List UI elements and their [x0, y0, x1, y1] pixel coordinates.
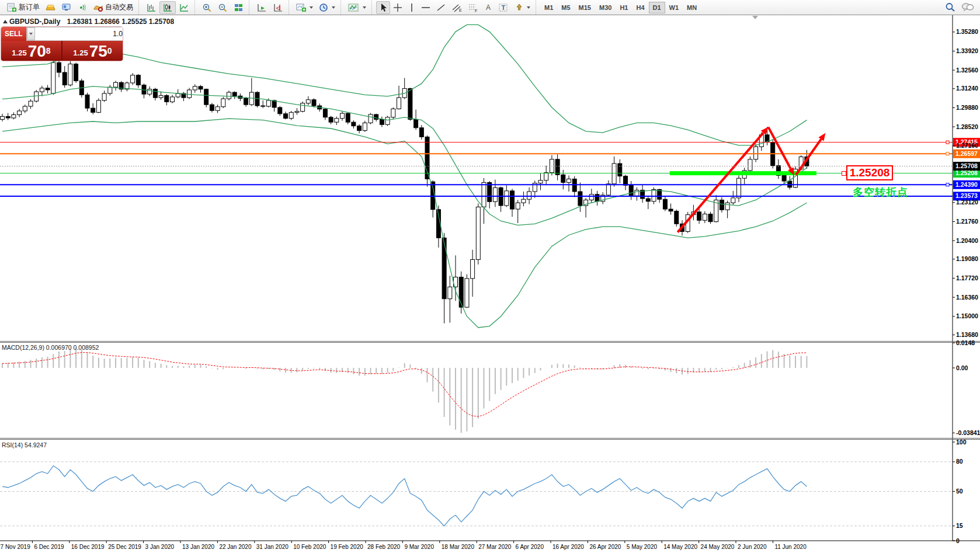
timeframe-MN[interactable]: MN — [683, 2, 701, 13]
date-axis-label: 16 Dec 2019 — [71, 544, 105, 550]
search-icon[interactable] — [945, 2, 955, 12]
fibonacci-icon: F — [468, 3, 478, 12]
horizontal-line-button[interactable] — [418, 1, 433, 14]
rsi-indicator-label: RSI(14) 54.9247 — [2, 441, 47, 448]
trendline-button[interactable] — [433, 1, 449, 14]
profiles-dropdown-caret — [332, 6, 335, 9]
auto-scroll-button[interactable] — [253, 1, 270, 14]
timeframe-M5[interactable]: M5 — [557, 2, 574, 13]
bollinger-bands — [2, 25, 807, 328]
date-axis-label: 26 Apr 2020 — [589, 544, 621, 550]
fibonacci-button[interactable]: F — [465, 1, 481, 14]
equidistant-channel-button[interactable]: E — [449, 1, 465, 14]
timeframe-H4[interactable]: H4 — [632, 2, 648, 13]
sell-price-sup: 8 — [46, 41, 51, 61]
svg-text:F: F — [475, 8, 477, 12]
scroll-group — [249, 0, 289, 15]
timeframe-W1[interactable]: W1 — [665, 2, 683, 13]
timeframe-M15[interactable]: M15 — [575, 2, 595, 13]
line-chart-button[interactable] — [176, 1, 192, 14]
price-axis-label: 1.27160 — [956, 142, 978, 149]
autotrading-button[interactable]: 自动交易 — [90, 1, 136, 14]
date-axis-label: 10 Feb 2020 — [293, 544, 326, 550]
buy-price-sup: 0 — [107, 41, 112, 61]
price-axis-label: 1.20400 — [956, 237, 978, 244]
date-axis-label: 9 Mar 2020 — [404, 544, 434, 550]
sell-price-display[interactable]: 1.25 70 8 — [1, 41, 61, 61]
price-axis-label: 1.19080 — [956, 255, 978, 262]
new-chart-button[interactable] — [293, 1, 316, 14]
oct-expander-icon[interactable] — [3, 20, 8, 23]
trendline-icon — [436, 3, 446, 12]
price-axis-label: 1.29880 — [956, 104, 978, 111]
zoom-out-icon — [218, 3, 228, 12]
buy-price-display[interactable]: 1.25 75 0 — [62, 41, 123, 61]
cursor-button[interactable] — [376, 1, 390, 14]
indicators-button[interactable] — [345, 1, 369, 14]
terminal-button[interactable] — [58, 1, 74, 14]
signals-button[interactable] — [74, 1, 90, 14]
rsi-axis-label: 80 — [956, 458, 963, 465]
vertical-line-button[interactable] — [405, 1, 418, 14]
chat-icon[interactable] — [961, 2, 974, 12]
candlestick-chart-button[interactable] — [159, 1, 176, 14]
macd-axis-label: 0.0148 — [956, 339, 975, 346]
macd-indicator-label: MACD(12,26,9) 0.006970 0.008952 — [2, 344, 99, 351]
price-axis-label: 1.32560 — [956, 67, 978, 74]
volume-decrease-button[interactable] — [27, 27, 35, 40]
vertical-line-icon — [408, 3, 415, 12]
price-axis-label: 1.21760 — [956, 218, 978, 225]
date-axis-label: 5 May 2020 — [627, 544, 658, 550]
buy-price-base: 1.25 — [73, 47, 88, 60]
bar-chart-button[interactable] — [143, 1, 159, 14]
date-axis-label: 16 Apr 2020 — [552, 544, 584, 550]
date-axis-label: 11 Jun 2020 — [774, 544, 807, 550]
arrows-shapes-button[interactable] — [512, 1, 533, 14]
date-axis-label: 27 Nov 2019 — [0, 544, 30, 550]
date-axis-label: 13 Jan 2020 — [182, 544, 214, 550]
turning-point-annotation[interactable]: 多空转折点 — [853, 185, 908, 199]
new-order-button[interactable]: 新订单 — [4, 1, 43, 14]
support-zone-band[interactable] — [670, 171, 816, 175]
tile-windows-icon — [234, 3, 244, 12]
timeframe-M1[interactable]: M1 — [540, 2, 557, 13]
macd-axis-label: 0.00 — [956, 364, 968, 371]
new-chart-dropdown-caret — [310, 6, 313, 9]
gold-ingot-button[interactable] — [43, 1, 58, 14]
crosshair-button[interactable] — [390, 1, 405, 14]
crosshair-icon — [393, 3, 402, 12]
candlestick-chart-icon — [162, 3, 173, 12]
date-axis-label: 22 Jan 2020 — [219, 544, 251, 550]
new-order-icon — [7, 3, 17, 12]
timeframe-D1[interactable]: D1 — [649, 2, 665, 13]
profiles-button[interactable] — [316, 1, 338, 14]
macd-pane: 0.01480.00-0.038415 — [2, 339, 980, 436]
trade-toolbar-group: 新订单 自动交易 — [0, 0, 138, 15]
chart-shift-marker[interactable] — [752, 16, 758, 19]
signal-icon — [77, 3, 87, 12]
timeframe-H1[interactable]: H1 — [616, 2, 632, 13]
zoom-in-button[interactable] — [199, 1, 215, 14]
chart-title: GBPUSD-,Daily 1.26381 1.26866 1.25525 1.… — [9, 18, 174, 26]
timeframe-M30[interactable]: M30 — [595, 2, 616, 13]
text-button[interactable]: A — [481, 1, 495, 14]
level-box-anchor[interactable] — [842, 171, 846, 176]
price-level-annotation[interactable]: 1.25208 — [846, 165, 893, 180]
chart-canvas[interactable]: 1.274151.265971.252081.243901.235731.257… — [0, 15, 980, 553]
zoom-in-icon — [202, 3, 212, 12]
text-label-button[interactable]: T — [495, 1, 512, 14]
autotrading-label: 自动交易 — [105, 2, 133, 12]
date-axis-label: 31 Jan 2020 — [256, 544, 289, 550]
chart-shift-button[interactable] — [270, 1, 286, 14]
chart-ohlc-values: 1.26381 1.26866 1.25525 1.25708 — [67, 18, 175, 26]
zoom-group — [194, 0, 249, 15]
buy-price-big: 75 — [89, 43, 107, 60]
main-toolbar: 新订单 自动交易 — [0, 0, 980, 15]
price-tag: 1.25708 — [953, 162, 980, 171]
svg-text:1.26597: 1.26597 — [955, 150, 978, 157]
zoom-out-button[interactable] — [215, 1, 231, 14]
svg-text:1.24390: 1.24390 — [955, 181, 978, 188]
tile-windows-button[interactable] — [231, 1, 246, 14]
volume-input[interactable] — [35, 27, 123, 40]
sell-button[interactable]: SELL — [1, 27, 26, 41]
